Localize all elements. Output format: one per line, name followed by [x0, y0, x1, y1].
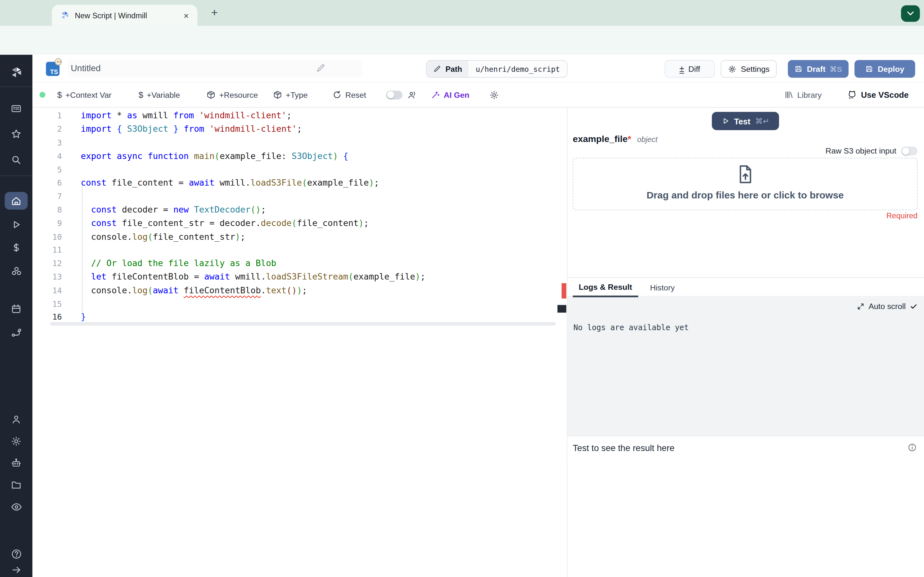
- tab-close-icon[interactable]: ×: [181, 10, 192, 20]
- code-line[interactable]: 12 // Or load the file lazily as a Blob: [32, 256, 567, 270]
- refresh-icon: [333, 90, 342, 99]
- browser-tab-bar: New Script | Windmill × +: [0, 0, 924, 26]
- test-shortcut: ⌘↵: [755, 117, 769, 126]
- sidebar-item-settings[interactable]: [0, 436, 32, 447]
- code-line[interactable]: 7: [32, 189, 567, 203]
- diff-button[interactable]: ± Diff: [665, 60, 715, 77]
- add-type-button[interactable]: +Type: [273, 82, 308, 107]
- browser-tab[interactable]: New Script | Windmill ×: [52, 5, 198, 26]
- add-context-var-button[interactable]: $ +Context Var: [57, 82, 111, 107]
- sidebar-item-variables[interactable]: [0, 242, 32, 253]
- dropzone-text: Drag and drop files here or click to bro…: [573, 189, 917, 201]
- add-resource-button[interactable]: +Resource: [206, 82, 258, 107]
- code-line[interactable]: 10 console.log(file_content_str);: [32, 230, 567, 243]
- sidebar-divider: [0, 87, 32, 87]
- code-line[interactable]: 9 const file_content_str = decoder.decod…: [32, 216, 567, 230]
- script-title[interactable]: Untitled: [71, 63, 100, 73]
- autoscroll-control[interactable]: Auto scroll: [857, 302, 918, 311]
- settings-label: Settings: [741, 64, 770, 73]
- code-line[interactable]: 5: [32, 163, 567, 176]
- test-label: Test: [734, 116, 750, 126]
- script-settings-gear-icon[interactable]: [489, 82, 499, 107]
- code-line[interactable]: 16}: [32, 310, 567, 324]
- windmill-logo-icon[interactable]: [0, 66, 32, 79]
- file-upload-icon: [736, 164, 754, 184]
- draft-label: Draft: [807, 64, 825, 73]
- code-line[interactable]: 15: [32, 297, 567, 310]
- new-tab-button[interactable]: +: [208, 6, 222, 20]
- overview-cursor-marker: [557, 305, 567, 313]
- route-icon: [10, 327, 22, 338]
- sidebar-item-audit[interactable]: [0, 501, 32, 513]
- path-label-section[interactable]: Path: [427, 61, 469, 77]
- sidebar-item-workspace[interactable]: [0, 103, 32, 114]
- raw-s3-toggle[interactable]: [901, 147, 917, 155]
- sidebar-item-runs[interactable]: [0, 219, 32, 230]
- code-line[interactable]: 11: [32, 243, 567, 257]
- code-line[interactable]: 6const file_content = await wmill.loadS3…: [32, 176, 567, 189]
- package-icon: [206, 90, 216, 99]
- path-value[interactable]: u/henri/demo_script: [469, 61, 567, 77]
- resources-cubes-icon: [10, 266, 22, 277]
- code-line[interactable]: 13 let fileContentBlob = await wmill.loa…: [32, 270, 567, 284]
- code-line[interactable]: 1import * as wmill from 'windmill-client…: [32, 109, 567, 122]
- sidebar-item-triggers[interactable]: [0, 327, 32, 338]
- edit-title-pencil-icon[interactable]: [316, 63, 326, 73]
- sidebar-item-resources[interactable]: [0, 266, 32, 277]
- required-label: Required: [887, 211, 918, 220]
- code-line[interactable]: 4export async function main(example_file…: [32, 149, 567, 163]
- sidebar-item-users[interactable]: [0, 414, 32, 425]
- multiplayer-icon[interactable]: [407, 82, 417, 107]
- sidebar-item-help[interactable]: [0, 548, 32, 560]
- deploy-button[interactable]: Deploy: [855, 60, 915, 77]
- octocat-icon: [846, 89, 857, 100]
- tab-search-chevron-button[interactable]: [901, 5, 920, 22]
- code-editor[interactable]: 1import * as wmill from 'windmill-client…: [32, 108, 567, 577]
- status-dot: [39, 82, 45, 107]
- logs-tabs: Logs & Result History: [567, 277, 924, 297]
- info-icon[interactable]: [908, 443, 917, 452]
- reset-button[interactable]: Reset: [333, 82, 366, 107]
- argument-type: object: [637, 135, 658, 144]
- chevron-down-icon: [907, 11, 914, 16]
- sidebar-item-workers[interactable]: [0, 458, 32, 469]
- code-line[interactable]: 3: [32, 136, 567, 149]
- sidebar-item-schedules[interactable]: [0, 303, 32, 314]
- tab-history[interactable]: History: [644, 278, 681, 298]
- sidebar-expand-button[interactable]: [0, 564, 32, 575]
- sidebar-item-favorites[interactable]: [0, 128, 32, 139]
- sidebar-item-folders[interactable]: [0, 479, 32, 490]
- save-icon: [865, 65, 874, 73]
- diff-icon: ±: [680, 64, 684, 73]
- ai-gen-button[interactable]: AI Gen: [431, 82, 469, 107]
- editor-hscrollbar[interactable]: [50, 322, 556, 326]
- dollar-icon: [11, 242, 22, 253]
- diff-mode-toggle[interactable]: [386, 82, 402, 107]
- use-vscode-button[interactable]: Use VScode: [846, 82, 909, 107]
- check-icon: [910, 303, 918, 310]
- code-line[interactable]: 2import { S3Object } from 'windmill-clie…: [32, 122, 567, 136]
- code-line[interactable]: 14 console.log(await fileContentBlob.tex…: [32, 284, 567, 297]
- test-panel: Test ⌘↵ example_file* object Raw S3 obje…: [567, 108, 924, 577]
- settings-button[interactable]: Settings: [720, 60, 776, 77]
- library-button[interactable]: Library: [784, 82, 822, 107]
- browser-toolbar: app.windmill.dev/scripts/add#JTdCJTIyaGF…: [0, 26, 924, 55]
- file-dropzone[interactable]: Drag and drop files here or click to bro…: [573, 158, 917, 210]
- path-pill[interactable]: Path u/henri/demo_script: [426, 60, 567, 77]
- ai-gen-label: AI Gen: [444, 90, 469, 99]
- robot-icon: [11, 458, 22, 469]
- test-button[interactable]: Test ⌘↵: [712, 112, 779, 130]
- package-icon: [273, 90, 282, 99]
- add-variable-button[interactable]: $ +Variable: [139, 82, 180, 107]
- sidebar-item-search[interactable]: [0, 154, 32, 165]
- workspace-card-icon: [11, 103, 22, 114]
- sidebar-item-home[interactable]: [0, 195, 32, 207]
- draft-button[interactable]: Draft ⌘S: [788, 60, 849, 77]
- person-icon: [11, 414, 22, 425]
- code-line[interactable]: 8 const decoder = new TextDecoder();: [32, 203, 567, 216]
- tab-logs-result[interactable]: Logs & Result: [573, 278, 638, 298]
- help-circle-icon: [10, 548, 22, 560]
- no-logs-text: No logs are available yet: [573, 323, 688, 332]
- deploy-label: Deploy: [878, 64, 905, 73]
- result-hint: Test to see the result here: [573, 443, 674, 453]
